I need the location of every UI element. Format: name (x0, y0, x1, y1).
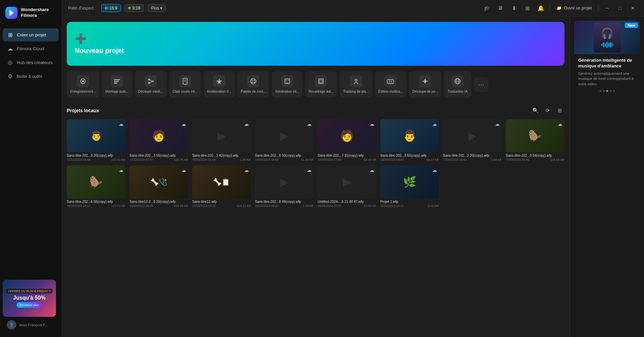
table-row[interactable]: 🌿 ☁ Projet 1.wfp 22/02/2024 16:212.02 MB (380, 165, 439, 208)
new-badge: New (627, 23, 635, 27)
learn-icon-btn[interactable]: 🎓 (482, 3, 492, 13)
svg-marker-30 (424, 79, 427, 81)
left-panel: ➕ Nouveau projet Enregistrement... Monta… (61, 17, 570, 337)
promo-card-title: Génération intelligente de musique d'amb… (578, 58, 636, 69)
tool-decoupe-label: Découpe intelli... (138, 89, 163, 94)
project-thumb: 🧑 ☁ (318, 119, 376, 152)
project-meta: 08/05/2024 21:0026.96 KB (318, 204, 376, 208)
sidebar-item-tools[interactable]: ⚙ Boîte à outils (3, 70, 59, 83)
project-meta: 19/09/2024 07:5969.48 KB (318, 158, 376, 161)
traduction-icon (451, 75, 464, 87)
tool-traduction[interactable]: Traduction IA (444, 71, 471, 98)
cloud-upload-icon: ☁ (119, 121, 123, 127)
project-meta: 25/06/2024 09:322.59 KB (255, 204, 314, 208)
app-logo[interactable]: Wondershare Filmora (0, 0, 61, 26)
project-thumb: 👨 ☁ (67, 119, 125, 152)
promo-banner[interactable]: OFFRES DU BLACK FRIDAY + Jusqu'à 50% En … (3, 280, 56, 317)
more-tools-btn[interactable]: ⋯ (474, 77, 489, 92)
promo-badge-label: OFFRES DU BLACK FRIDAY + (6, 289, 53, 294)
tool-enregistrement[interactable]: Enregistrement... (67, 71, 99, 98)
view-toggle-btn[interactable]: ⊞ (555, 106, 564, 115)
ratio-16-9-btn[interactable]: 16:9 (101, 4, 121, 12)
project-name: Sans-titre-202...8 50(copy).wfp (255, 154, 314, 157)
promo-dot-2[interactable] (603, 90, 605, 92)
user-avatar: 👤 (7, 320, 16, 330)
monitor-icon-btn[interactable]: 🖥 (496, 3, 505, 13)
tool-palette[interactable]: Palette de coul... (237, 71, 269, 98)
project-thumb: ▶ ☁ (192, 119, 251, 152)
open-project-btn[interactable]: 📁 Ouvrir un projet (554, 4, 594, 12)
montage-icon (111, 75, 123, 87)
maximize-btn[interactable]: □ (616, 4, 624, 12)
topbar: Ratio d'aspect : 16:9 9:16 Plus ▾ 🎓 🖥 ⬇ … (61, 0, 644, 17)
promo-card: 🎧 (574, 21, 640, 95)
project-thumb: ▶ ☁ (318, 165, 376, 198)
promo-dot-3[interactable] (606, 90, 608, 92)
projects-title: Projets locaux (67, 108, 99, 113)
projects-grid: 👨 ☁ Sans-titre-202...0 20(copy).wfp 01/1… (67, 119, 564, 208)
project-meta: 22/02/2024 16:212.02 MB (380, 204, 439, 208)
tool-recadrage[interactable]: Recadrage aut... (305, 71, 337, 98)
tool-tracking[interactable]: Tracking de pla... (340, 71, 372, 98)
project-name: Sans-titre12.wfp (192, 200, 251, 204)
table-row[interactable]: 🦫 ☁ Sans-titre-202...0 54(copy).wfp 07/0… (506, 119, 564, 161)
table-row[interactable]: 🦴🩺 ☁ Sans-titre12-2...9 20(copy).wfp 26/… (129, 165, 188, 208)
table-row[interactable]: 👨 ☁ Sans-titre-202...3 55(copy).wfp 18/0… (380, 119, 439, 161)
tool-generation[interactable]: Génération int... (272, 71, 302, 98)
table-row[interactable]: 👨 ☁ Sans-titre-202...0 20(copy).wfp 01/1… (67, 119, 125, 161)
content-area: ➕ Nouveau projet Enregistrement... Monta… (61, 17, 644, 337)
sidebar-item-cloud[interactable]: ☁ Filmora Cloud (3, 42, 59, 55)
search-projects-btn[interactable]: 🔍 (531, 106, 540, 115)
svg-point-7 (148, 79, 150, 81)
table-row[interactable]: 🦫 ☁ Sans-titre-202...6 55(copy).wfp 06/0… (67, 165, 125, 208)
project-thumb: 🌿 ☁ (380, 165, 439, 198)
ratio-plus-btn[interactable]: Plus ▾ (147, 4, 166, 12)
logo-icon (5, 7, 18, 19)
project-meta: 20/09/2024 01:162.60 KB (192, 158, 251, 161)
sidebar-item-hub[interactable]: ◎ Hub des créateurs (3, 56, 59, 69)
svg-point-15 (251, 79, 256, 84)
table-row[interactable]: ▶ ☁ Untitled-2024-...8 21 00 47.wfp 08/0… (318, 165, 376, 208)
hub-icon: ◎ (7, 59, 13, 66)
table-row[interactable]: ▶ ☁ Sans-titre-202...1 42(copy).wfp 20/0… (192, 119, 251, 161)
refresh-projects-btn[interactable]: ⟳ (543, 106, 552, 115)
project-name: Sans-titre-202...0 20(copy).wfp (67, 154, 125, 157)
cloud-upload-icon: ☁ (307, 121, 312, 127)
cloud-upload-icon: ☁ (307, 167, 312, 173)
project-name: Sans-titre12-2...9 20(copy).wfp (129, 200, 188, 204)
table-row[interactable]: 🧑 ☁ Sans-titre-202...3 55(copy).wfp 21/1… (129, 119, 188, 161)
promo-dot-4[interactable] (610, 90, 612, 92)
notification-icon-btn[interactable]: 🔔 (536, 3, 546, 13)
tool-clips[interactable]: Clips courts int... (169, 71, 201, 98)
tool-montage[interactable]: Montage auto... (102, 71, 132, 98)
promo-dot-1[interactable] (599, 90, 602, 92)
promo-dot-5[interactable] (613, 90, 615, 92)
minimize-btn[interactable]: ─ (603, 4, 612, 12)
svg-point-25 (355, 79, 357, 81)
sidebar-user[interactable]: 👤 Jean François F... (3, 317, 59, 333)
sidebar-item-create[interactable]: ⊞ Créer un projet (3, 28, 59, 41)
table-row[interactable]: ▶ ☁ Sans-titre-202...2 20(copy).wfp 17/0… (443, 119, 502, 161)
waveform (602, 42, 613, 48)
download-icon-btn[interactable]: ⬇ (509, 3, 519, 13)
ratio-9-16-btn[interactable]: 9:16 (124, 4, 144, 12)
close-btn[interactable]: ✕ (628, 4, 637, 12)
tool-edition-label: Édition multica... (378, 89, 403, 94)
separator (550, 5, 550, 11)
tool-decoupe2[interactable]: Découpe de po... (409, 71, 441, 98)
new-project-banner[interactable]: ➕ Nouveau projet (67, 22, 564, 66)
projects-actions: 🔍 ⟳ ⊞ (531, 106, 564, 115)
topbar-right: 🎓 🖥 ⬇ ⊞ 🔔 📁 Ouvrir un projet ─ □ ✕ (482, 3, 637, 13)
grid-icon-btn[interactable]: ⊞ (523, 3, 532, 13)
table-row[interactable]: 🦴📋 ☁ Sans-titre12.wfp 13/08/2024 18:3261… (192, 165, 251, 208)
table-row[interactable]: ▶ ☁ Sans-titre-202...8 49(copy).wfp 25/0… (255, 165, 314, 208)
tool-amelioration[interactable]: Amélioration d... (204, 71, 235, 98)
promo-btn[interactable]: En savoir plus (17, 302, 42, 308)
decoupe2-icon (419, 75, 431, 87)
table-row[interactable]: ▶ ☁ Sans-titre-202...8 50(copy).wfp 19/0… (255, 119, 314, 161)
sidebar-item-cloud-label: Filmora Cloud (17, 46, 44, 51)
table-row[interactable]: 🧑 ☁ Sans-titre-202...7 31(copy).wfp 19/0… (318, 119, 376, 161)
tool-edition[interactable]: Édition multica... (375, 71, 406, 98)
tool-amelioration-label: Amélioration d... (207, 89, 231, 94)
tool-decoupe[interactable]: Découpe intelli... (135, 71, 167, 98)
